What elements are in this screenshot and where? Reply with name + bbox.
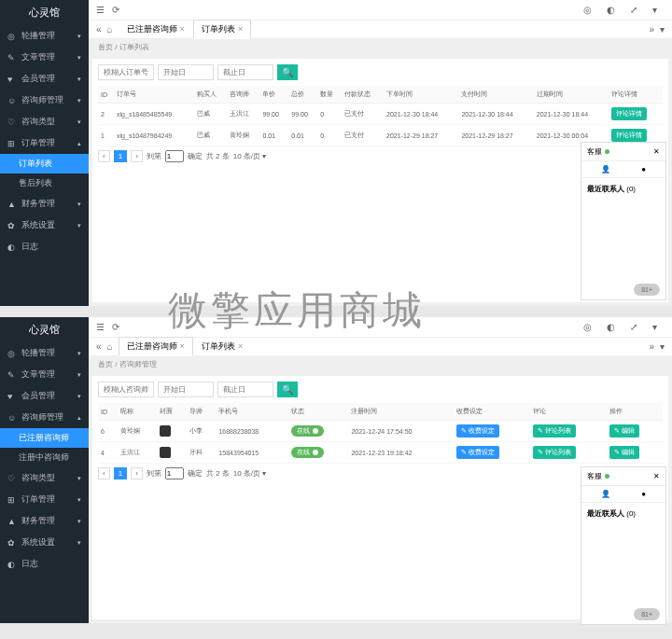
goto-confirm[interactable]: 确定 — [188, 151, 203, 161]
tab[interactable]: 已注册咨询师× — [119, 20, 193, 39]
tab-close-icon[interactable]: × — [238, 341, 243, 351]
sidebar-subitem[interactable]: 订单列表 — [0, 154, 89, 174]
sidebar-item[interactable]: ✿系统设置▾ — [0, 215, 89, 236]
refresh-icon[interactable]: ⟳ — [112, 322, 119, 332]
close-icon[interactable]: ✕ — [653, 472, 660, 480]
sidebar-subitem[interactable]: 售后列表 — [0, 174, 89, 193]
tab[interactable]: 订单列表× — [193, 20, 251, 39]
sidebar-item[interactable]: ▲财务管理▾ — [0, 193, 89, 215]
column-header: 数量 — [317, 86, 342, 104]
menu-icon[interactable]: ☰ — [96, 322, 105, 332]
home-icon[interactable]: ⌂ — [107, 341, 113, 352]
review-button[interactable]: ✎ 评论列表 — [533, 424, 576, 438]
sidebar-item[interactable]: ♥会员管理▾ — [0, 385, 89, 407]
tab-prev-icon[interactable]: « — [96, 341, 102, 352]
tab-next-icon[interactable]: » — [649, 341, 654, 352]
page-number[interactable]: 1 — [114, 150, 127, 162]
per-page[interactable]: 10 条/页 ▾ — [233, 468, 267, 479]
page-next[interactable]: › — [131, 150, 143, 162]
icon-1[interactable]: ◎ — [583, 322, 592, 332]
nav-label: 订单管理 — [21, 137, 55, 149]
sidebar-item[interactable]: ☺咨询师管理▾ — [0, 90, 89, 111]
tab-close-icon[interactable]: × — [180, 341, 185, 351]
page-prev[interactable]: ‹ — [98, 467, 110, 479]
user-icon[interactable]: 👤 — [601, 165, 610, 174]
icon-2[interactable]: ◐ — [607, 322, 615, 332]
search-input-1[interactable] — [98, 64, 154, 80]
sidebar-subitem[interactable]: 注册中咨询师 — [0, 448, 89, 467]
close-icon[interactable]: ✕ — [653, 147, 660, 156]
sidebar-item[interactable]: ⊞订单管理▾ — [0, 489, 89, 510]
status-pill[interactable]: 在线 — [291, 447, 324, 458]
user-icon[interactable]: 👤 — [601, 490, 610, 498]
goto-input[interactable] — [165, 150, 184, 162]
tab[interactable]: 订单列表× — [193, 337, 251, 356]
expand-icon[interactable]: ⤢ — [630, 322, 637, 332]
tab-prev-icon[interactable]: « — [96, 24, 102, 35]
chevron-down-icon[interactable]: ▾ — [652, 5, 657, 15]
icon-2[interactable]: ◐ — [607, 5, 615, 15]
search-input-2[interactable] — [158, 64, 214, 80]
page-next[interactable]: › — [131, 467, 143, 479]
sidebar-item[interactable]: ▲财务管理▾ — [0, 510, 89, 532]
page-number[interactable]: 1 — [114, 467, 127, 479]
review-button[interactable]: ✎ 评论列表 — [533, 446, 576, 459]
edit-button[interactable]: ✎ 编辑 — [609, 424, 639, 438]
sidebar-subitem[interactable]: 已注册咨询师 — [0, 428, 89, 448]
chat-badge[interactable]: 81+ — [634, 284, 660, 296]
wechat-icon[interactable]: ● — [641, 165, 646, 174]
sidebar-item[interactable]: ♥会员管理▾ — [0, 68, 89, 90]
search-button[interactable]: 🔍 — [277, 382, 298, 397]
column-header: 订单号 — [114, 86, 194, 104]
home-icon[interactable]: ⌂ — [107, 24, 113, 35]
chevron-icon: ▾ — [77, 518, 81, 525]
sidebar-item[interactable]: ◎轮播管理▾ — [0, 25, 89, 47]
status-pill[interactable]: 在线 — [291, 425, 324, 437]
nav-label: 咨询类型 — [21, 472, 55, 484]
column-header: 操作 — [607, 403, 663, 421]
search-input-1[interactable] — [98, 382, 154, 397]
detail-button[interactable]: 评论详情 — [611, 107, 647, 120]
search-input-3[interactable] — [217, 382, 273, 397]
sidebar-item[interactable]: ✎文章管理▾ — [0, 47, 89, 68]
detail-button[interactable]: 评论详情 — [611, 129, 647, 142]
chat-badge[interactable]: 81+ — [634, 608, 660, 620]
edit-button[interactable]: ✎ 编辑 — [609, 446, 639, 459]
nav-label: 日志 — [21, 241, 38, 253]
menu-icon[interactable]: ☰ — [96, 5, 105, 15]
nav-icon: ◐ — [7, 243, 17, 252]
wechat-icon[interactable]: ● — [641, 490, 646, 498]
app-bottom: 心灵馆 ◎轮播管理▾✎文章管理▾♥会员管理▾☺咨询师管理▴已注册咨询师注册中咨询… — [0, 317, 672, 623]
sidebar-item[interactable]: ◐日志 — [0, 553, 89, 575]
nav-label: 财务管理 — [21, 198, 55, 210]
tab-next-icon[interactable]: » — [649, 24, 654, 35]
sidebar-item[interactable]: ✎文章管理▾ — [0, 364, 89, 385]
tab-close-icon[interactable]: × — [238, 24, 243, 34]
chevron-down-icon[interactable]: ▾ — [652, 322, 657, 332]
tab-menu-icon[interactable]: ▾ — [660, 24, 665, 35]
search-input-3[interactable] — [217, 64, 273, 80]
tab-menu-icon[interactable]: ▾ — [660, 341, 665, 352]
search-button[interactable]: 🔍 — [277, 64, 298, 80]
goto-input[interactable] — [165, 467, 184, 479]
expand-icon[interactable]: ⤢ — [630, 5, 637, 15]
page-prev[interactable]: ‹ — [98, 150, 110, 162]
sidebar-item[interactable]: ☺咨询师管理▴ — [0, 407, 89, 428]
refresh-icon[interactable]: ⟳ — [112, 5, 119, 15]
tab[interactable]: 已注册咨询师× — [119, 337, 193, 356]
icon-1[interactable]: ◎ — [583, 5, 592, 15]
fee-button[interactable]: ✎ 收费设定 — [456, 446, 499, 459]
search-input-2[interactable] — [158, 382, 214, 397]
tab-close-icon[interactable]: × — [180, 24, 185, 34]
sidebar-item[interactable]: ◎轮播管理▾ — [0, 342, 89, 364]
sidebar-item[interactable]: ✿系统设置▾ — [0, 532, 89, 553]
fee-button[interactable]: ✎ 收费设定 — [456, 424, 499, 438]
sidebar-item[interactable]: ♡咨询类型▾ — [0, 111, 89, 132]
sidebar-item[interactable]: ⊞订单管理▴ — [0, 132, 89, 154]
column-header: 导师 — [187, 403, 217, 421]
sidebar-item[interactable]: ◐日志 — [0, 236, 89, 257]
sidebar-item[interactable]: ♡咨询类型▾ — [0, 467, 89, 489]
goto-confirm[interactable]: 确定 — [188, 468, 203, 479]
status-dot — [605, 149, 609, 154]
per-page[interactable]: 10 条/页 ▾ — [233, 151, 267, 161]
